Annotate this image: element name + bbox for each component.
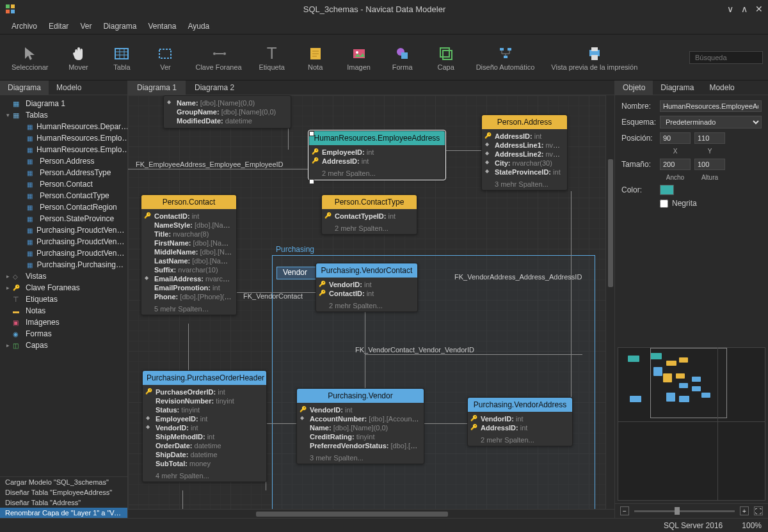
table-icon <box>27 238 33 246</box>
fk-label: FK_EmployeeAddress_Employee_EmployeeID <box>136 160 284 168</box>
entity-header: Purchasing.VendorContact <box>316 263 417 278</box>
history-panel: Cargar Modelo "SQL_3schemas" Diseñar Tab… <box>0 476 127 518</box>
scrollbar-thumb[interactable] <box>256 512 448 517</box>
tool-vista-previa[interactable]: Vista previa de la impresión <box>545 42 644 74</box>
canvas-viewport[interactable]: Purchasing Vendor FK_EmployeeAddress_Emp… <box>128 95 614 518</box>
maximize-button[interactable]: ∧ <box>741 4 748 14</box>
scrollbar-horizontal[interactable] <box>128 509 614 518</box>
zoom-out-button[interactable]: − <box>620 506 629 515</box>
tool-imagen[interactable]: Imagen <box>339 42 379 74</box>
tree-table-item[interactable]: Person.StateProvince <box>0 213 127 224</box>
fk-label: FK_VendorAddress_Address_AddressID <box>454 273 582 281</box>
history-item-selected[interactable]: Renombrar Capa de "Layer 1" a "Ve… <box>0 508 127 518</box>
zoom-knob[interactable] <box>675 507 680 515</box>
entity-field: 🔑ContactTypeID: int <box>322 212 417 221</box>
view-icon <box>13 272 22 280</box>
prop-nombre-input[interactable] <box>660 100 762 112</box>
entity-field: Suffix: nvarchar(10) <box>141 265 236 274</box>
tree-diagram[interactable]: Diagrama 1 <box>0 98 127 109</box>
tree-table-item[interactable]: Person.ContactRegion <box>0 201 127 213</box>
tab-diagrama[interactable]: Diagrama <box>653 81 701 95</box>
tool-seleccionar[interactable]: Seleccionar <box>5 42 54 74</box>
prop-negrita-checkbox[interactable] <box>660 199 668 208</box>
tool-capa[interactable]: Capa <box>426 42 466 74</box>
history-item[interactable]: Cargar Modelo "SQL_3schemas" <box>0 477 127 487</box>
tree-table-item[interactable]: Purchasing.ProudctVen… <box>0 224 127 236</box>
tree-table-item[interactable]: Person.AddressType <box>0 167 127 178</box>
tree-table-item[interactable]: Person.Contact <box>0 178 127 190</box>
tool-forma[interactable]: Forma <box>383 42 422 74</box>
tool-diseno-automatico[interactable]: Diseño Automático <box>470 42 541 74</box>
entity-person-address[interactable]: Person.Address 🔑AddressID: int◆AddressLi… <box>481 114 568 191</box>
canvas-tab-2[interactable]: Diagrama 2 <box>186 81 243 95</box>
entity-employeeaddress[interactable]: HumanResources.EmployeeAddress 🔑Employee… <box>308 130 445 180</box>
zoom-fit-button[interactable]: ⛶ <box>754 506 763 515</box>
tree-imagenes[interactable]: Imágenes <box>0 317 127 328</box>
table-icon <box>27 169 36 176</box>
tool-ver[interactable]: Ver <box>145 42 185 74</box>
tree-clave-foraneas[interactable]: ▸Clave Foraneas <box>0 282 127 293</box>
tree-table-item[interactable]: Person.ContactType <box>0 190 127 201</box>
tree-table-item[interactable]: HumanResources.Emplo… <box>0 144 127 155</box>
minimap[interactable] <box>618 347 765 501</box>
tree-table-item[interactable]: Purchasing.ProudctVen… <box>0 236 127 247</box>
menu-ayuda[interactable]: Ayuda <box>182 20 214 33</box>
entity-purchaseorderheader[interactable]: Purchasing.PurchaseOrderHeader 🔑Purchase… <box>142 370 267 482</box>
tree-tables-folder[interactable]: ▾Tablas <box>0 109 127 121</box>
zoom-slider[interactable] <box>634 510 735 512</box>
entity-person-contact[interactable]: Person.Contact 🔑ContactID: intNameStyle:… <box>141 194 237 315</box>
tool-mover[interactable]: Mover <box>58 42 98 74</box>
menu-diagrama[interactable]: Diagrama <box>98 20 141 33</box>
tab-modelo[interactable]: Modelo <box>701 81 742 95</box>
entity-more: 2 mehr Spalten... <box>309 168 445 179</box>
history-item[interactable]: Diseñar Tabla "Address" <box>0 497 127 508</box>
entity-more: 2 mehr Spalten... <box>468 435 572 446</box>
menu-archivo[interactable]: Archivo <box>6 20 42 33</box>
tree-vistas[interactable]: ▸Vistas <box>0 270 127 282</box>
entity-vendorcontact[interactable]: Purchasing.VendorContact 🔑VendorID: int🔑… <box>316 263 418 312</box>
close-button[interactable]: ✕ <box>755 4 763 14</box>
menu-ver[interactable]: Ver <box>75 20 97 33</box>
tool-tabla[interactable]: Tabla <box>102 42 141 74</box>
entity-field: Name: [dbo].[Name](0,0) <box>297 423 424 432</box>
entity-person-contacttype[interactable]: Person.ContactType 🔑ContactTypeID: int 2… <box>321 194 417 235</box>
history-item[interactable]: Diseñar Tabla "EmployeeAddress" <box>0 487 127 497</box>
entity-field: ◆Name: [dbo].[Name](0,0) <box>164 98 291 107</box>
tree-etiquetas[interactable]: Etiquetas <box>0 293 127 305</box>
prop-pos-y[interactable] <box>694 132 725 144</box>
canvas[interactable]: Purchasing Vendor FK_EmployeeAddress_Emp… <box>128 95 614 518</box>
search-input[interactable] <box>689 51 763 64</box>
entity-vendoraddress[interactable]: Purchasing.VendorAddress 🔑VendorID: int🔑… <box>467 397 573 446</box>
tab-diagrama[interactable]: Diagrama <box>0 81 49 95</box>
menu-ventana[interactable]: Ventana <box>143 20 181 33</box>
zoom-in-button[interactable]: + <box>740 506 749 515</box>
tree-table-item[interactable]: HumanResources.Depar… <box>0 121 127 132</box>
table-icon <box>27 192 36 199</box>
prop-tam-w[interactable] <box>660 159 691 170</box>
tab-objeto[interactable]: Objeto <box>615 81 653 95</box>
tree-table-item[interactable]: Purchasing.ProudctVen… <box>0 247 127 259</box>
entity-vendor[interactable]: Purchasing.Vendor 🔑VendorID: int◆Account… <box>296 388 424 464</box>
prop-tam-h[interactable] <box>694 159 725 170</box>
scrollbar-thumb[interactable] <box>608 159 613 287</box>
tree-capas[interactable]: ▸Capas <box>0 340 127 351</box>
prop-pos-x[interactable] <box>660 132 691 144</box>
canvas-tab-1[interactable]: Diagrama 1 <box>128 81 186 95</box>
tool-nota[interactable]: Nota <box>296 42 335 74</box>
tab-modelo[interactable]: Modelo <box>49 81 89 95</box>
tool-clave-foranea[interactable]: Clave Foranea <box>189 42 248 74</box>
tree-table-item[interactable]: Purchasing.Purchasing… <box>0 259 127 270</box>
tree-table-item[interactable]: HumanResources.Emplo… <box>0 132 127 144</box>
entity-field: Status: tinyint <box>143 405 266 414</box>
scrollbar-vertical[interactable] <box>605 95 614 509</box>
tree-notas[interactable]: Notas <box>0 305 127 317</box>
minimize-button[interactable]: ∨ <box>727 4 733 14</box>
tree-table-item[interactable]: Person.Address <box>0 155 127 167</box>
prop-esquema-select[interactable]: Predeterminado <box>660 116 762 129</box>
tool-etiqueta[interactable]: TEtiqueta <box>252 42 292 74</box>
menu-editar[interactable]: Editar <box>44 20 74 33</box>
tree-formas[interactable]: Formas <box>0 328 127 340</box>
color-swatch[interactable] <box>660 185 674 195</box>
entity-truncated[interactable]: ◆Name: [dbo].[Name](0,0)GroupName: [dbo]… <box>163 95 291 129</box>
note-icon <box>13 307 22 315</box>
